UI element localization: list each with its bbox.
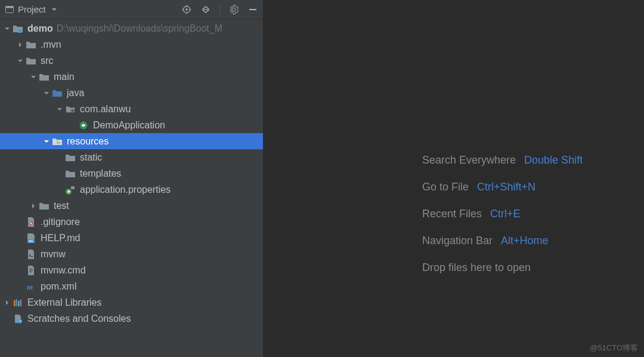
- tree-row-mvnw-cmd[interactable]: mvnw.cmd: [0, 262, 263, 278]
- caret-icon: [55, 169, 64, 178]
- maven-icon: m: [25, 282, 37, 291]
- caret-icon: [16, 266, 25, 275]
- tree-label: mvnw: [41, 249, 66, 260]
- tip-label: Navigation Bar: [422, 235, 493, 247]
- svg-rect-18: [71, 186, 75, 189]
- tree-row-main[interactable]: main: [0, 69, 263, 85]
- toolbar-title[interactable]: Project: [18, 4, 46, 14]
- svg-rect-25: [29, 272, 32, 272]
- toolbar-divider: [219, 4, 220, 15]
- tree-row-static[interactable]: static: [0, 149, 263, 165]
- svg-rect-15: [57, 142, 61, 143]
- svg-rect-30: [20, 300, 22, 306]
- tip-label: Recent Files: [422, 208, 482, 220]
- gitignore-icon: [25, 217, 37, 227]
- tree-label: pom.xml: [41, 281, 76, 292]
- minimize-icon[interactable]: [247, 4, 258, 15]
- caret-icon[interactable]: [42, 137, 51, 146]
- svg-rect-1: [6, 6, 14, 8]
- shell-icon: [25, 250, 37, 259]
- svg-rect-9: [249, 9, 256, 10]
- tip-shortcut: Ctrl+Shift+N: [477, 181, 535, 193]
- tip-line: Navigation BarAlt+Home: [422, 235, 583, 247]
- svg-rect-28: [16, 299, 18, 306]
- file-icon: [25, 266, 37, 275]
- project-toolbar: Project: [0, 0, 263, 19]
- spring-props-icon: [64, 185, 76, 195]
- tree-row-com-alanwu[interactable]: com.alanwu: [0, 101, 263, 117]
- caret-icon: [16, 250, 25, 259]
- caret-icon: [16, 233, 25, 243]
- tree-label: External Libraries: [27, 297, 102, 308]
- dropdown-icon[interactable]: [49, 5, 59, 14]
- tree-label: templates: [80, 168, 121, 179]
- tree-row--mvn[interactable]: .mvn: [0, 36, 263, 53]
- tree-row-templates[interactable]: templates: [0, 165, 263, 181]
- tree-label: demo: [27, 23, 53, 34]
- caret-icon: [16, 217, 25, 227]
- spring-class-icon: [78, 121, 89, 130]
- caret-icon: [68, 121, 78, 130]
- tree-path: D:\wuqingshi\Downloads\springBoot_M: [57, 23, 222, 34]
- tip-label: Search Everywhere: [422, 154, 516, 167]
- caret-icon[interactable]: [16, 40, 25, 50]
- tree-label: mvnw.cmd: [41, 265, 86, 276]
- tree-label: test: [54, 201, 69, 211]
- tree-label: .mvn: [41, 39, 61, 50]
- caret-icon: [2, 314, 12, 324]
- caret-icon[interactable]: [55, 104, 64, 114]
- svg-rect-16: [57, 143, 60, 144]
- project-icon: [5, 5, 14, 14]
- caret-icon: [16, 282, 25, 291]
- tree-label: src: [41, 56, 53, 66]
- tree-row-java[interactable]: java: [0, 85, 263, 101]
- svg-text:m: m: [27, 282, 33, 291]
- tree-row--gitignore[interactable]: .gitignore: [0, 214, 263, 230]
- tree-row-external-libraries[interactable]: External Libraries: [0, 294, 263, 310]
- tree-label: static: [80, 152, 102, 163]
- tree-row-demo[interactable]: demoD:\wuqingshi\Downloads\springBoot_M: [0, 20, 263, 36]
- tree-label: DemoApplication: [93, 120, 165, 131]
- tree-label: resources: [67, 136, 109, 147]
- tree-row-resources[interactable]: resources: [0, 133, 263, 149]
- svg-point-3: [185, 8, 188, 11]
- caret-icon[interactable]: [2, 24, 12, 33]
- caret-icon: [55, 185, 64, 195]
- caret-icon[interactable]: [29, 72, 38, 82]
- tree-row-pom-xml[interactable]: mpom.xml: [0, 278, 263, 294]
- caret-icon[interactable]: [2, 298, 12, 307]
- package-icon: [64, 104, 76, 114]
- tree-label: application.properties: [80, 184, 171, 195]
- svg-rect-27: [14, 300, 16, 306]
- settings-icon[interactable]: [228, 4, 239, 15]
- tree-row-application-properties[interactable]: application.properties: [0, 181, 263, 198]
- tree-row-demoapplication[interactable]: DemoApplication: [0, 117, 263, 133]
- tree-row-scratches-and-consoles[interactable]: Scratches and Consoles: [0, 310, 263, 327]
- tree-label: java: [67, 88, 84, 99]
- caret-icon[interactable]: [42, 88, 51, 98]
- svg-rect-29: [18, 301, 20, 306]
- tip-label: Drop files here to open: [422, 261, 531, 274]
- collapse-all-icon[interactable]: [200, 4, 211, 15]
- locate-icon[interactable]: [181, 4, 192, 15]
- tree-row-src[interactable]: src: [0, 53, 263, 69]
- tree-row-mvnw[interactable]: mvnw: [0, 246, 263, 262]
- resources-folder-icon: [51, 137, 63, 146]
- libraries-icon: [12, 298, 24, 307]
- source-folder-icon: [51, 88, 63, 98]
- folder-icon: [64, 153, 76, 162]
- tip-shortcut: Ctrl+E: [490, 208, 521, 220]
- tree-row-test[interactable]: test: [0, 198, 263, 214]
- folder-icon: [64, 169, 76, 178]
- tree-row-help-md[interactable]: MDHELP.md: [0, 230, 263, 246]
- watermark: @51CTO博客: [590, 343, 638, 353]
- scratches-icon: [12, 314, 24, 324]
- project-tree[interactable]: demoD:\wuqingshi\Downloads\springBoot_M.…: [0, 19, 263, 357]
- tip-shortcut: Alt+Home: [501, 235, 549, 247]
- caret-icon[interactable]: [29, 201, 38, 211]
- tip-line: Recent FilesCtrl+E: [422, 208, 583, 220]
- tip-line: Go to FileCtrl+Shift+N: [422, 181, 583, 193]
- project-sidebar: Project demoD:\wuqingshi\Downloads\sprin…: [0, 0, 264, 357]
- caret-icon[interactable]: [16, 56, 25, 66]
- folder-icon: [25, 56, 37, 66]
